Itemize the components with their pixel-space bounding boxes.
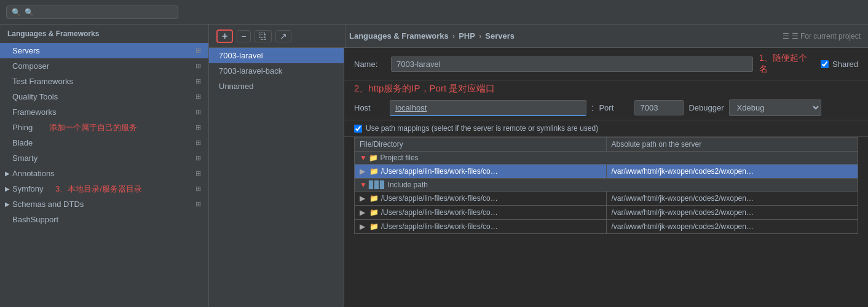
sidebar-item-label: Quality Tools: [12, 92, 58, 101]
section-project-files[interactable]: ▼ 📁 Project files: [355, 152, 858, 165]
bar-chart-icon: ▊▊▊: [369, 181, 385, 189]
expand-icon-include: ▼: [360, 181, 367, 189]
name-input[interactable]: [391, 56, 753, 72]
remove-server-button[interactable]: −: [237, 30, 250, 42]
annotation-add-server: 添加一个属于自己的服务: [49, 122, 137, 133]
include-local-2: ▶ 📁 /Users/apple/lin-files/work-files/co…: [355, 220, 607, 234]
include-local-1: ▶ 📁 /Users/apple/lin-files/work-files/co…: [355, 206, 607, 220]
breadcrumb-part3: Servers: [485, 31, 515, 41]
sidebar-item-test-frameworks[interactable]: Test Frameworks ⊞: [0, 74, 208, 89]
config-panel: Name: 1、随便起个名 Shared 2、http服务的IP，Port 是对…: [344, 48, 868, 307]
host-input[interactable]: [390, 100, 586, 116]
folder-icon-inc2: 📁: [369, 222, 379, 231]
sidebar-icon-servers: ⊞: [195, 47, 201, 55]
col-header-path: Absolute path on the server: [606, 138, 858, 152]
sidebar-item-symfony[interactable]: ▶ Symfony ⊞ 3、本地目录/服务器目录: [0, 181, 208, 196]
play-icon-1: ▶: [360, 208, 365, 217]
sidebar-icon-schemas: ⊞: [195, 200, 201, 208]
path-mapping-label: Use path mappings (select if the server …: [366, 124, 598, 133]
export-server-button[interactable]: ↗: [275, 30, 291, 42]
project-files-label: Project files: [381, 154, 419, 162]
annotation-local-remote: 3、本地目录/服务器目录: [55, 184, 142, 195]
host-label: Host: [354, 103, 385, 112]
debugger-select[interactable]: Xdebug: [729, 99, 821, 116]
shared-checkbox[interactable]: [821, 60, 829, 68]
shared-area: Shared: [821, 60, 858, 69]
sidebar-item-servers[interactable]: Servers ⊞: [0, 43, 208, 58]
folder-icon-project: 📁: [369, 154, 378, 162]
include-path-label: Include path: [388, 181, 428, 189]
include-remote-2: /var/www/html/jk-wxopen/codes2/wxopen…: [606, 220, 858, 234]
play-icon-2: ▶: [360, 222, 365, 231]
server-item-unnamed[interactable]: Unnamed: [209, 79, 344, 94]
search-icon: 🔍: [12, 8, 21, 17]
shared-label: Shared: [832, 60, 858, 69]
server-list-panel: 7003-laravel 7003-laravel-back Unnamed: [209, 48, 344, 307]
include-remote-0: /var/www/html/jk-wxopen/codes2/wxopen…: [606, 192, 858, 206]
server-item-7003-laravel[interactable]: 7003-laravel: [209, 48, 344, 63]
breadcrumb-part1: Languages & Frameworks: [349, 31, 449, 41]
sidebar-item-label: Composer: [12, 61, 49, 71]
include-row-1[interactable]: ▶ 📁 /Users/apple/lin-files/work-files/co…: [355, 206, 858, 220]
sidebar-item-bashsupport[interactable]: BashSupport: [0, 212, 208, 227]
sidebar-item-schemas[interactable]: ▶ Schemas and DTDs ⊞: [0, 196, 208, 212]
breadcrumb-sep1: ›: [452, 31, 455, 41]
sidebar-icon-frameworks: ⊞: [195, 108, 201, 116]
expand-icon-symfony: ▶: [5, 185, 10, 192]
sidebar-icon-annotations: ⊞: [195, 169, 201, 177]
play-icon: ▶: [360, 167, 365, 176]
sidebar-item-label: BashSupport: [12, 215, 58, 224]
folder-icon-local: 📁: [369, 167, 379, 176]
breadcrumb: Languages & Frameworks › PHP › Servers: [349, 31, 515, 41]
sidebar-icon-quality: ⊞: [195, 93, 201, 101]
project-local-path: ▶ 📁 /Users/apple/lin-files/work-files/co…: [355, 165, 607, 179]
left-sidebar: Languages & Frameworks Servers ⊞ Compose…: [0, 25, 209, 307]
folder-icon-inc0: 📁: [369, 194, 379, 203]
sidebar-item-label: Frameworks: [12, 107, 57, 117]
folder-icon-inc1: 📁: [369, 208, 379, 217]
include-row-2[interactable]: ▶ 📁 /Users/apple/lin-files/work-files/co…: [355, 220, 858, 234]
debugger-label: Debugger: [688, 103, 724, 112]
col-header-file: File/Directory: [355, 138, 607, 152]
for-current-project: ☰ ☰ For current project: [783, 32, 861, 41]
sidebar-item-phing[interactable]: Phing ⊞ 添加一个属于自己的服务: [0, 120, 208, 135]
name-label: Name:: [354, 60, 385, 69]
include-row-0[interactable]: ▶ 📁 /Users/apple/lin-files/work-files/co…: [355, 192, 858, 206]
search-box[interactable]: 🔍: [6, 6, 178, 19]
sidebar-item-label: Servers: [12, 46, 40, 55]
sidebar-icon-test: ⊞: [195, 77, 201, 85]
breadcrumb-sep2: ›: [479, 31, 481, 41]
sidebar-item-label: Annotations: [12, 169, 55, 178]
sidebar-item-quality-tools[interactable]: Quality Tools ⊞: [0, 89, 208, 104]
project-files-row[interactable]: ▶ 📁 /Users/apple/lin-files/work-files/co…: [355, 165, 858, 179]
project-icon: ☰: [783, 32, 789, 41]
sidebar-item-annotations[interactable]: ▶ Annotations ⊞: [0, 166, 208, 181]
copy-server-button[interactable]: ⿻: [254, 30, 272, 42]
main-split: Languages & Frameworks Servers ⊞ Compose…: [0, 25, 868, 307]
sidebar-item-label: Smarty: [12, 154, 37, 163]
path-mapping-checkbox[interactable]: [354, 125, 362, 133]
sidebar-item-smarty[interactable]: Smarty ⊞: [0, 150, 208, 166]
server-item-7003-laravel-back[interactable]: 7003-laravel-back: [209, 63, 344, 79]
sidebar-item-blade[interactable]: Blade ⊞: [0, 135, 208, 150]
sidebar-item-label: Blade: [12, 138, 33, 147]
add-server-button[interactable]: +: [216, 29, 233, 43]
sidebar-icon-symfony: ⊞: [195, 185, 201, 193]
section-include-path[interactable]: ▼ ▊▊▊ Include path: [355, 179, 858, 192]
expand-icon-annotations: ▶: [5, 170, 10, 177]
sidebar-title: Languages & Frameworks: [0, 25, 208, 43]
project-remote-path: /var/www/html/jk-wxopen/codes2/wxopen…: [606, 165, 858, 179]
expand-icon-project: ▼: [360, 154, 367, 162]
top-search-bar: 🔍: [0, 0, 868, 25]
search-input[interactable]: [25, 8, 173, 17]
port-input[interactable]: [634, 100, 684, 115]
sidebar-item-label: Phing: [12, 123, 33, 132]
path-table: File/Directory Absolute path on the serv…: [354, 137, 858, 234]
sidebar-item-composer[interactable]: Composer ⊞: [0, 58, 208, 74]
sidebar-item-frameworks[interactable]: Frameworks ⊞: [0, 104, 208, 120]
expand-icon-schemas: ▶: [5, 201, 10, 208]
sidebar-item-label: Schemas and DTDs: [12, 200, 84, 209]
annotation-http: 2、http服务的IP，Port 是对应端口: [354, 83, 495, 93]
sidebar-icon-phing: ⊞: [195, 123, 201, 131]
include-remote-1: /var/www/html/jk-wxopen/codes2/wxopen…: [606, 206, 858, 220]
